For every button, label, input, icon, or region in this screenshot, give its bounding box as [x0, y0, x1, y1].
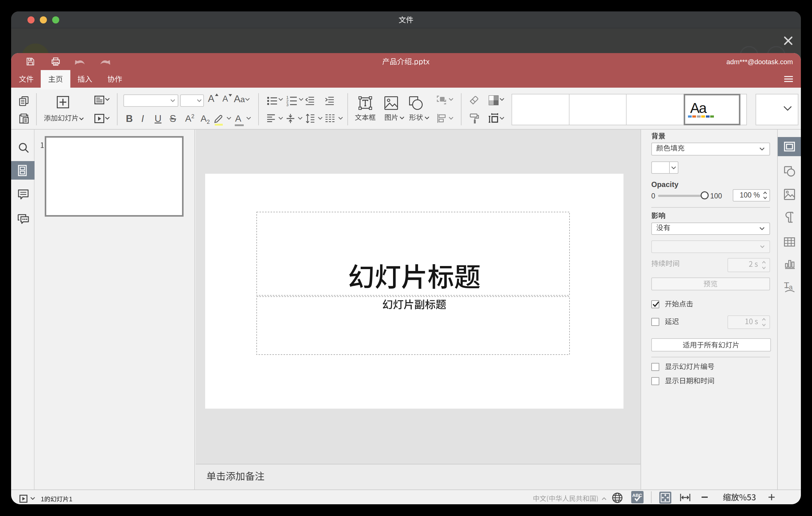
svg-text:3: 3: [286, 103, 288, 107]
svg-text:T: T: [784, 281, 789, 290]
svg-text:ABC: ABC: [632, 492, 642, 498]
svg-text:a: a: [789, 283, 793, 291]
